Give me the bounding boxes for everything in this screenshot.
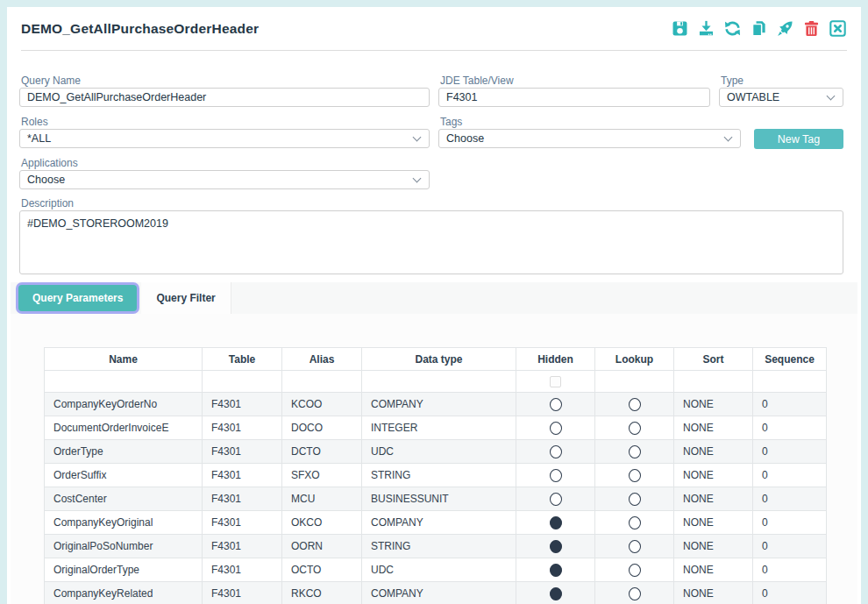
cell-hidden xyxy=(516,416,595,440)
column-header-name: Name xyxy=(45,348,203,371)
filter-row xyxy=(45,371,827,393)
hidden-radio[interactable] xyxy=(550,516,562,529)
tab-query-parameters[interactable]: Query Parameters xyxy=(18,285,137,311)
table-row[interactable]: OrderType F4301 DCTO UDC NONE 0 xyxy=(45,440,827,464)
table-row[interactable]: OriginalOrderType F4301 OCTO UDC NONE 0 xyxy=(45,558,827,582)
table-row[interactable]: CompanyKeyOriginal F4301 OKCO COMPANY NO… xyxy=(45,511,827,535)
lookup-radio[interactable] xyxy=(629,445,641,458)
rocket-icon[interactable] xyxy=(775,19,794,39)
hidden-radio[interactable] xyxy=(550,587,562,600)
cell-sort: NONE xyxy=(674,440,753,464)
new-tag-button[interactable]: New Tag xyxy=(754,129,843,149)
cell-sequence: 0 xyxy=(753,416,827,440)
cell-name: DocumentOrderInvoiceE xyxy=(45,416,203,440)
lookup-radio[interactable] xyxy=(629,564,641,577)
header-bar: DEMO_GetAllPurchaseOrderHeader xyxy=(7,7,861,50)
page-title: DEMO_GetAllPurchaseOrderHeader xyxy=(21,21,259,37)
cell-alias: OKCO xyxy=(282,511,362,535)
lookup-radio[interactable] xyxy=(629,540,641,553)
cell-sequence: 0 xyxy=(753,487,827,511)
applications-label: Applications xyxy=(21,157,78,169)
cell-table: F4301 xyxy=(203,487,282,511)
cell-sort: NONE xyxy=(674,487,753,511)
filter-cell-data-type xyxy=(362,371,516,393)
cell-sequence: 0 xyxy=(753,440,827,464)
applications-select[interactable]: Choose xyxy=(19,170,430,189)
hidden-radio[interactable] xyxy=(550,564,562,577)
cell-data-type: STRING xyxy=(362,535,516,558)
cell-data-type: INTEGER xyxy=(362,416,516,440)
column-header-hidden: Hidden xyxy=(516,348,595,371)
cell-sequence: 0 xyxy=(753,558,827,582)
cell-name: CompanyKeyOrderNo xyxy=(45,393,203,416)
tags-select[interactable]: Choose xyxy=(438,129,741,148)
description-label: Description xyxy=(21,197,74,210)
cell-name: CompanyKeyOriginal xyxy=(45,511,203,535)
cell-table: F4301 xyxy=(203,535,282,558)
column-header-lookup: Lookup xyxy=(595,348,674,371)
query-parameters-panel: Name Table Alias Data type Hidden Lookup… xyxy=(11,314,857,604)
filter-cell-name xyxy=(45,371,203,393)
download-icon[interactable] xyxy=(696,19,715,39)
cell-table: F4301 xyxy=(203,440,282,464)
lookup-radio[interactable] xyxy=(629,516,641,529)
column-header-sort: Sort xyxy=(674,348,753,371)
cell-alias: RKCO xyxy=(282,582,362,604)
chevron-down-icon xyxy=(413,132,422,141)
roles-label: Roles xyxy=(21,116,48,128)
filter-cell-lookup xyxy=(595,371,674,393)
table-row[interactable]: CompanyKeyRelated F4301 RKCO COMPANY NON… xyxy=(45,582,827,604)
table-row[interactable]: DocumentOrderInvoiceE F4301 DOCO INTEGER… xyxy=(45,416,827,440)
hidden-radio[interactable] xyxy=(550,398,562,411)
hidden-radio[interactable] xyxy=(550,493,562,506)
query-editor-card: DEMO_GetAllPurchaseOrderHeader xyxy=(7,7,861,604)
lookup-radio[interactable] xyxy=(629,469,641,482)
jde-table-input[interactable] xyxy=(438,88,710,107)
roles-select[interactable]: *ALL xyxy=(19,129,430,148)
lookup-radio[interactable] xyxy=(629,587,641,600)
hidden-radio[interactable] xyxy=(550,445,562,458)
table-row[interactable]: OrderSuffix F4301 SFXO STRING NONE 0 xyxy=(45,464,827,487)
lookup-radio[interactable] xyxy=(629,493,641,506)
refresh-icon[interactable] xyxy=(722,19,742,39)
description-textarea[interactable]: #DEMO_STOREROOM2019 xyxy=(19,210,843,274)
cell-data-type: COMPANY xyxy=(362,511,516,535)
copy-icon[interactable] xyxy=(749,19,768,39)
close-icon[interactable] xyxy=(828,19,847,39)
cell-lookup xyxy=(595,535,674,558)
parameters-table: Name Table Alias Data type Hidden Lookup… xyxy=(44,347,827,604)
cell-name: CostCenter xyxy=(45,487,203,511)
column-header-table: Table xyxy=(203,348,282,371)
type-select[interactable]: OWTABLE xyxy=(719,88,843,107)
cell-hidden xyxy=(516,464,595,487)
applications-select-value: Choose xyxy=(27,174,65,186)
table-row[interactable]: CompanyKeyOrderNo F4301 KCOO COMPANY NON… xyxy=(45,393,827,416)
tab-query-filter[interactable]: Query Filter xyxy=(141,282,231,314)
cell-data-type: COMPANY xyxy=(362,582,516,604)
cell-alias: OORN xyxy=(282,535,362,558)
cell-sort: NONE xyxy=(674,464,753,487)
hidden-filter-checkbox[interactable] xyxy=(550,376,561,387)
cell-lookup xyxy=(595,558,674,582)
query-name-input[interactable] xyxy=(19,88,430,107)
cell-name: OrderType xyxy=(45,440,203,464)
cell-name: CompanyKeyRelated xyxy=(45,582,203,604)
table-row[interactable]: OriginalPoSoNumber F4301 OORN STRING NON… xyxy=(45,535,827,558)
header-divider xyxy=(21,50,847,51)
save-icon[interactable] xyxy=(670,19,689,39)
cell-name: OriginalOrderType xyxy=(45,558,203,582)
cell-name: OriginalPoSoNumber xyxy=(45,535,203,558)
cell-table: F4301 xyxy=(203,416,282,440)
hidden-radio[interactable] xyxy=(550,422,562,435)
hidden-radio[interactable] xyxy=(550,469,562,482)
cell-data-type: BUSINESSUNIT xyxy=(362,487,516,511)
lookup-radio[interactable] xyxy=(629,422,641,435)
hidden-radio[interactable] xyxy=(550,540,562,553)
column-header-data-type: Data type xyxy=(362,348,516,371)
cell-hidden xyxy=(516,393,595,416)
trash-icon[interactable] xyxy=(801,19,821,39)
cell-sequence: 0 xyxy=(753,535,827,558)
table-row[interactable]: CostCenter F4301 MCU BUSINESSUNIT NONE 0 xyxy=(45,487,827,511)
cell-data-type: STRING xyxy=(362,464,516,487)
lookup-radio[interactable] xyxy=(629,398,641,411)
